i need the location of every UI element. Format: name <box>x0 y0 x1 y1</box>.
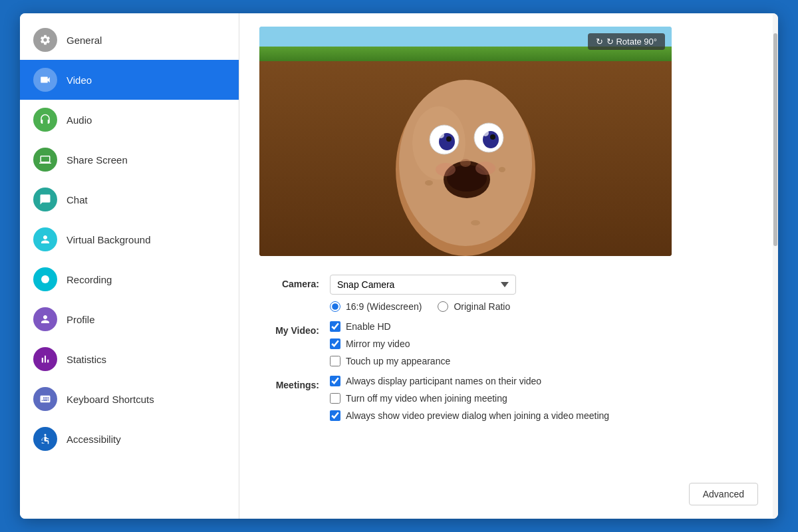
recording-icon <box>33 267 57 291</box>
sidebar-item-chat[interactable]: Chat <box>20 180 239 219</box>
always-display-row[interactable]: Always display participant names on thei… <box>330 376 758 386</box>
profile-icon <box>33 307 57 331</box>
camera-select-row: Snap Camera <box>330 275 758 295</box>
sidebar-item-statistics[interactable]: Statistics <box>20 339 239 379</box>
advanced-button[interactable]: Advanced <box>689 483 758 505</box>
camera-dropdown[interactable]: Snap Camera <box>330 275 516 295</box>
always-show-label: Always show video preview dialog when jo… <box>346 410 609 421</box>
camera-row: Camera: Snap Camera 16:9 (Widescreen) <box>259 275 758 312</box>
svg-point-16 <box>425 180 433 186</box>
svg-point-1 <box>45 434 47 436</box>
sidebar: General Video Audio Share Screen <box>20 13 239 519</box>
always-show-checkbox[interactable] <box>330 410 340 421</box>
radio-widescreen-label: 16:9 (Widescreen) <box>346 301 422 312</box>
sidebar-item-general[interactable]: General <box>20 20 239 60</box>
my-video-label: My Video: <box>259 321 319 336</box>
sidebar-vbg-label: Virtual Background <box>66 234 150 245</box>
video-icon <box>33 68 57 92</box>
svg-point-17 <box>499 167 505 172</box>
sidebar-item-recording[interactable]: Recording <box>20 259 239 299</box>
sidebar-recording-label: Recording <box>66 274 112 285</box>
sidebar-profile-label: Profile <box>66 314 95 325</box>
enable-hd-checkbox[interactable] <box>330 321 340 332</box>
rotate-button[interactable]: ↻ ↻ Rotate 90° <box>588 33 665 50</box>
turn-off-checkbox[interactable] <box>330 393 340 404</box>
radio-original-input[interactable] <box>438 301 448 312</box>
my-video-controls: Enable HD Mirror my video Touch up my ap… <box>330 321 758 366</box>
touchup-checkbox[interactable] <box>330 356 340 366</box>
svg-point-0 <box>41 275 49 283</box>
svg-point-18 <box>471 220 480 225</box>
always-display-checkbox[interactable] <box>330 376 340 386</box>
share-screen-icon <box>33 148 57 172</box>
camera-preview: ↻ ↻ Rotate 90° <box>259 27 672 256</box>
radio-widescreen-input[interactable] <box>330 301 340 312</box>
sidebar-audio-label: Audio <box>66 114 92 126</box>
video-settings: Camera: Snap Camera 16:9 (Widescreen) <box>259 275 758 421</box>
svg-point-11 <box>438 132 444 138</box>
sidebar-item-video[interactable]: Video <box>20 60 239 100</box>
meetings-row: Meetings: Always display participant nam… <box>259 376 758 421</box>
sidebar-item-virtual-background[interactable]: Virtual Background <box>20 219 239 259</box>
main-content: ↻ ↻ Rotate 90° Camera: Snap Camera <box>239 13 778 519</box>
svg-point-19 <box>436 163 456 176</box>
svg-point-20 <box>475 162 495 175</box>
rotate-label: ↻ Rotate 90° <box>606 37 657 47</box>
sidebar-accessibility-label: Accessibility <box>66 434 121 445</box>
virtual-background-icon <box>33 227 57 251</box>
mirror-video-checkbox[interactable] <box>330 338 340 349</box>
sidebar-share-label: Share Screen <box>66 154 128 166</box>
settings-window: General Video Audio Share Screen <box>20 13 778 519</box>
general-icon <box>33 28 57 52</box>
sidebar-general-label: General <box>66 35 102 46</box>
svg-point-7 <box>446 136 452 142</box>
always-display-label: Always display participant names on thei… <box>346 376 541 386</box>
sidebar-item-keyboard-shortcuts[interactable]: Keyboard Shortcuts <box>20 379 239 419</box>
mirror-video-label: Mirror my video <box>346 338 410 349</box>
radio-original[interactable]: Original Ratio <box>438 301 510 312</box>
svg-point-10 <box>490 134 495 140</box>
svg-point-12 <box>482 130 489 136</box>
scrollbar-thumb[interactable] <box>773 33 777 246</box>
keyboard-shortcuts-icon <box>33 387 57 411</box>
radio-original-label: Original Ratio <box>454 301 510 312</box>
touchup-row[interactable]: Touch up my appearance <box>330 356 758 366</box>
chat-icon <box>33 188 57 211</box>
enable-hd-row[interactable]: Enable HD <box>330 321 758 332</box>
mirror-video-row[interactable]: Mirror my video <box>330 338 758 349</box>
potato-character <box>372 37 559 256</box>
sidebar-item-share-screen[interactable]: Share Screen <box>20 140 239 180</box>
sidebar-keyboard-label: Keyboard Shortcuts <box>66 394 154 405</box>
sidebar-statistics-label: Statistics <box>66 354 106 365</box>
sidebar-chat-label: Chat <box>66 194 88 205</box>
enable-hd-label: Enable HD <box>346 321 391 332</box>
sidebar-item-profile[interactable]: Profile <box>20 299 239 339</box>
meetings-label: Meetings: <box>259 376 319 390</box>
ratio-radios: 16:9 (Widescreen) Original Ratio <box>330 301 758 312</box>
turn-off-row[interactable]: Turn off my video when joining meeting <box>330 393 758 404</box>
camera-controls: Snap Camera 16:9 (Widescreen) Original R… <box>330 275 758 312</box>
rotate-icon: ↻ <box>596 37 603 47</box>
radio-widescreen[interactable]: 16:9 (Widescreen) <box>330 301 422 312</box>
turn-off-label: Turn off my video when joining meeting <box>346 393 507 404</box>
sidebar-video-label: Video <box>66 74 92 86</box>
statistics-icon <box>33 347 57 371</box>
svg-point-15 <box>460 159 471 167</box>
my-video-row: My Video: Enable HD Mirror my video Touc… <box>259 321 758 366</box>
touchup-label: Touch up my appearance <box>346 356 450 366</box>
always-show-row[interactable]: Always show video preview dialog when jo… <box>330 410 758 421</box>
scrollbar[interactable] <box>773 13 778 519</box>
meetings-controls: Always display participant names on thei… <box>330 376 758 421</box>
audio-icon <box>33 108 57 132</box>
sidebar-item-accessibility[interactable]: Accessibility <box>20 419 239 459</box>
camera-label: Camera: <box>259 275 319 289</box>
accessibility-icon <box>33 427 57 451</box>
sidebar-item-audio[interactable]: Audio <box>20 100 239 140</box>
